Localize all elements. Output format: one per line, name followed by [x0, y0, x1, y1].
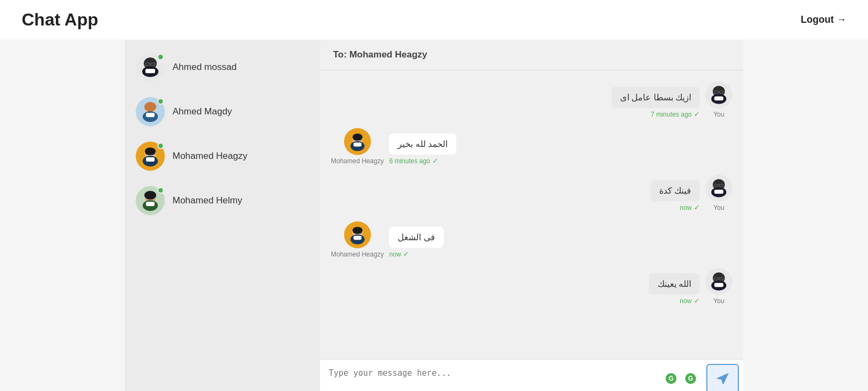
svg-rect-64 — [714, 283, 724, 287]
app-header: Chat App Logout → — [0, 0, 868, 40]
msg-sender-2: Mohamed Heagzy — [331, 157, 384, 165]
grammarly-icon-1[interactable]: G — [663, 370, 679, 387]
message-avatar-2: Mohamed Heagzy — [331, 128, 384, 165]
msg-bubble-5: الله يعينك — [649, 273, 700, 294]
svg-rect-55 — [353, 236, 361, 240]
main-container: Ahmed mossad Ahmed Magdy Moham — [125, 40, 743, 391]
message-avatar-1: You — [705, 81, 732, 118]
svg-point-27 — [144, 191, 156, 200]
send-button[interactable] — [706, 364, 739, 391]
sidebar: Ahmed mossad Ahmed Magdy Moham — [125, 40, 320, 391]
msg-sender-3: You — [713, 204, 724, 211]
svg-rect-39 — [353, 143, 361, 146]
msg-avatar-img-3 — [705, 175, 732, 202]
msg-meta-5: now ✓ — [680, 297, 700, 305]
msg-sender-4: Mohamed Heagzy — [331, 251, 384, 258]
msg-avatar-img-5 — [705, 268, 732, 295]
contact-ahmed-magdy[interactable]: Ahmed Magdy — [125, 89, 320, 134]
msg-check-3: ✓ — [694, 203, 700, 211]
chat-header: To: Mohamed Heagzy — [320, 40, 743, 70]
message-row-4: Mohamed Heagzy فى الشغل now ✓ — [331, 221, 732, 258]
msg-content-3: فينك كدة now ✓ — [650, 180, 700, 211]
chat-area: To: Mohamed Heagzy You ازيك بسطا عامل اى… — [320, 40, 743, 391]
msg-sender-1: You — [713, 111, 724, 118]
msg-bubble-4: فى الشغل — [389, 227, 443, 248]
svg-point-59 — [352, 227, 362, 234]
svg-rect-48 — [714, 190, 724, 194]
msg-content-4: فى الشغل now ✓ — [389, 227, 443, 258]
message-row-2: Mohamed Heagzy الحمد لله بخير 6 minutes … — [331, 128, 732, 165]
contact-name-ahmed-mossad: Ahmed mossad — [173, 62, 237, 73]
avatar-wrapper-ahmed-mossad — [136, 53, 165, 82]
app-title: Chat App — [22, 10, 98, 30]
msg-meta-1: 7 minutes ago ✓ — [651, 110, 700, 118]
message-input[interactable] — [320, 360, 658, 391]
msg-check-1: ✓ — [694, 110, 700, 118]
contact-name-mohamed-heagzy: Mohamed Heagzy — [173, 151, 247, 162]
msg-meta-3: now ✓ — [680, 203, 700, 211]
contact-name-mohamed-helmy: Mohamed Helmy — [173, 195, 242, 206]
svg-point-43 — [352, 133, 362, 140]
svg-rect-18 — [146, 157, 155, 162]
online-indicator-mohamed-helmy — [157, 187, 164, 194]
svg-rect-14 — [146, 113, 155, 117]
online-indicator-ahmed-magdy — [157, 98, 164, 105]
svg-text:G: G — [668, 375, 673, 382]
msg-meta-4: now ✓ — [389, 250, 409, 258]
chat-recipient: Mohamed Heagzy — [349, 49, 427, 60]
avatar-wrapper-ahmed-magdy — [136, 97, 165, 126]
online-indicator-mohamed-heagzy — [157, 143, 164, 149]
message-avatar-4: Mohamed Heagzy — [331, 221, 384, 258]
svg-point-22 — [145, 148, 156, 155]
svg-rect-32 — [714, 97, 724, 100]
msg-content-2: الحمد لله بخير 6 minutes ago ✓ — [389, 133, 456, 165]
svg-rect-26 — [146, 202, 155, 206]
msg-bubble-3: فينك كدة — [650, 180, 700, 201]
message-row-1: You ازيك بسطا عامل اى 7 minutes ago ✓ — [331, 81, 732, 118]
online-indicator-ahmed-mossad — [157, 54, 164, 60]
contact-mohamed-heagzy[interactable]: Mohamed Heagzy — [125, 134, 320, 178]
svg-point-12 — [144, 102, 156, 112]
message-avatar-3: You — [705, 175, 732, 211]
input-area: G G — [320, 359, 743, 391]
msg-avatar-img-1 — [705, 81, 732, 108]
contact-mohamed-helmy[interactable]: Mohamed Helmy — [125, 178, 320, 223]
msg-time-4: now — [389, 251, 401, 258]
msg-sender-5: You — [713, 297, 724, 305]
msg-avatar-img-4 — [344, 221, 371, 248]
msg-time-2: 6 minutes ago — [389, 157, 430, 165]
message-avatar-5: You — [705, 268, 732, 305]
avatar-wrapper-mohamed-heagzy — [136, 142, 165, 171]
msg-check-2: ✓ — [432, 157, 438, 165]
msg-check-4: ✓ — [403, 250, 409, 258]
contact-name-ahmed-magdy: Ahmed Magdy — [173, 106, 232, 117]
msg-check-5: ✓ — [694, 297, 700, 305]
msg-bubble-1: ازيك بسطا عامل اى — [611, 87, 700, 108]
msg-time-3: now — [680, 204, 692, 211]
grammarly-icon-2[interactable]: G — [682, 370, 699, 387]
messages-area: You ازيك بسطا عامل اى 7 minutes ago ✓ Mo… — [320, 70, 743, 359]
message-row-5: You الله يعينك now ✓ — [331, 268, 732, 305]
msg-meta-2: 6 minutes ago ✓ — [389, 157, 438, 165]
to-label: To: — [333, 49, 347, 60]
svg-text:G: G — [688, 375, 693, 382]
msg-time-5: now — [680, 297, 692, 305]
input-icons: G G — [658, 360, 704, 391]
message-row-3: You فينك كدة now ✓ — [331, 175, 732, 211]
msg-avatar-img-2 — [344, 128, 371, 155]
msg-time-1: 7 minutes ago — [651, 111, 692, 118]
logout-button[interactable]: Logout → — [801, 14, 846, 25]
svg-rect-4 — [145, 69, 155, 73]
msg-content-5: الله يعينك now ✓ — [649, 273, 700, 305]
msg-content-1: ازيك بسطا عامل اى 7 minutes ago ✓ — [611, 87, 700, 118]
contact-ahmed-mossad[interactable]: Ahmed mossad — [125, 45, 320, 89]
avatar-wrapper-mohamed-helmy — [136, 186, 165, 215]
msg-bubble-2: الحمد لله بخير — [389, 133, 456, 155]
